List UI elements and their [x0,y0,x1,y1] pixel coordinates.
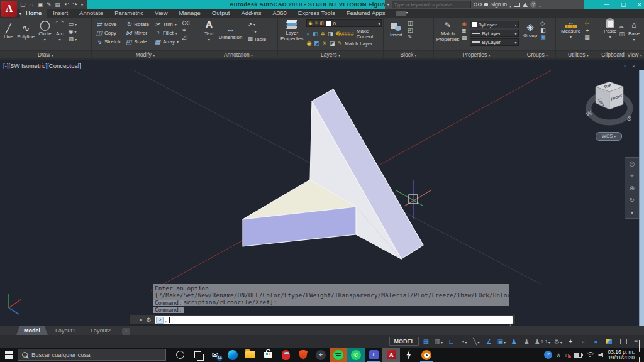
match-layer-tool[interactable]: ✎ [337,41,342,47]
text-tool[interactable]: AText [204,19,214,43]
layer-unisolate-tool[interactable]: ◩ [314,41,319,47]
vertical-scrollbar[interactable] [639,70,644,326]
group-edit-tool[interactable]: ◧ [540,28,546,33]
ribbon-display-toggle-icon[interactable] [396,11,406,16]
zoom-icon[interactable]: ⊕ [630,185,635,192]
panel-label-clipboard[interactable]: Clipboard [601,50,625,58]
match-layer-label[interactable]: Match Layer [345,41,372,47]
layer-lock-tool[interactable]: ◨ [328,31,333,37]
panel-label-modify[interactable]: Modify [92,50,199,58]
panel-label-properties[interactable]: Properties [434,50,519,58]
layer-dropdown-caret[interactable] [378,21,380,26]
viewport-controls-label[interactable]: [-][SW Isometric][Conceptual] [3,62,81,69]
tray-expand-icon[interactable]: ∧ [557,352,561,358]
layer-off-tool[interactable]: ◐ [306,31,309,37]
help-search-input[interactable] [392,1,471,8]
panel-label-groups[interactable]: Groups [519,50,555,58]
block-attrs-tool[interactable]: ✎ [408,35,413,40]
whatsapp-app-icon[interactable]: ✆ [347,348,365,362]
audio-device-icon[interactable]: ∩ [565,351,569,358]
compass-app-icon[interactable]: ✦ [312,348,330,362]
tab-model[interactable]: Model [16,326,48,335]
ortho-toggle[interactable]: ∟ [446,336,457,346]
table-tool[interactable]: ▦Table [247,36,266,42]
layer-properties-tool[interactable]: Layer Properties [280,19,303,47]
insert-tool[interactable]: Insert [390,22,402,38]
snap-toggle[interactable]: ▥ [433,336,444,346]
scale-tool[interactable]: ◰Scale [125,38,149,45]
spotify-app-icon[interactable] [330,348,347,362]
teams-app-icon[interactable]: T [365,348,382,362]
rectangle-tool[interactable]: ▭ [69,21,77,28]
layer-isolate-tool[interactable]: ◧ [313,31,318,37]
file-explorer-icon[interactable] [242,348,259,362]
action-center-button[interactable]: 16 [639,341,641,362]
command-close-icon[interactable]: × [139,317,142,323]
edit-block-tool[interactable]: ◰ [408,28,413,33]
point-tool[interactable]: ＋ [584,28,590,33]
blender-app-icon[interactable] [418,348,435,362]
object-snap-toggle[interactable]: ▣ [496,336,507,346]
object-snap-tracking-toggle[interactable]: ∠ [484,336,494,346]
autocad-app-icon[interactable]: A [382,348,400,362]
quick-select-tool[interactable]: ⊹ [584,21,590,26]
tab-layout2[interactable]: Layout2 [83,326,118,335]
lineweight-list-icon[interactable]: ≣ [462,28,467,34]
pan-icon[interactable]: ⌖ [630,172,634,180]
cut-tool[interactable]: ✂ [619,25,625,30]
base-tool[interactable]: ⌂ Base [628,19,640,43]
autoscale-toggle[interactable]: ♟ [521,336,532,346]
tab-output[interactable]: Output [206,9,236,18]
match-properties-tool[interactable]: ✎ Match Properties [436,19,459,46]
brave-browser-icon[interactable] [294,348,312,362]
layer-thaw2-tool[interactable]: ☀ [322,41,327,47]
color-wheel-icon[interactable]: ◉ [462,21,467,27]
mirror-tool[interactable]: ⋈Mirror [125,30,149,36]
tray-help-icon[interactable]: ? [544,351,552,359]
tab-manage[interactable]: Manage [174,9,206,18]
orbit-icon[interactable]: ↻ [630,197,635,204]
trim-tool[interactable]: ✂Trim [154,21,179,28]
minimize-button[interactable]: — [604,1,609,8]
make-current-label[interactable]: Make Current [357,28,382,40]
wcs-dropdown[interactable]: WCS [596,132,622,141]
make-current-tool[interactable]: �#### [335,31,353,37]
panel-label-draw[interactable]: Draw [0,50,91,58]
plotstyle-icon[interactable]: ▦ [462,35,467,41]
command-bar-grip[interactable] [131,316,135,324]
group-bound-tool[interactable]: ▣ [540,35,546,40]
circle-tool[interactable]: ◯Circle [38,19,51,43]
sign-in-button[interactable]: Sign In [491,1,507,8]
tab-a360[interactable]: A360 [267,9,292,18]
dimension-tool[interactable]: ↔Dimension [219,23,243,40]
copy-tool[interactable]: ◫Copy [96,30,120,36]
battery-icon[interactable] [574,353,582,358]
document-window-controls[interactable]: — ▫ × [613,63,638,69]
stretch-tool[interactable]: ⇘Stretch [96,38,120,45]
drawing-canvas[interactable]: [-][SW Isometric][Conceptual] — ▫ × W S … [0,60,644,326]
lineweight-dropdown[interactable]: ByLayer [470,38,519,46]
fillet-tool[interactable]: ◝Fillet [154,30,179,36]
erase-tool[interactable]: ⌫ [182,21,190,26]
panel-label-utilities[interactable]: Utilities [556,50,601,58]
tab-view[interactable]: View [149,9,173,18]
arc-tool[interactable]: ⌒Arc [55,19,65,43]
linetype-dropdown[interactable]: ByLayer [470,30,519,37]
tab-addins[interactable]: Add-ins [235,9,267,18]
circle-caret[interactable] [44,36,46,43]
tab-featured-apps[interactable]: Featured Apps [341,9,391,18]
explode-tool[interactable]: ✶ [182,28,190,33]
among-us-icon[interactable] [277,348,294,362]
polar-tracking-toggle[interactable]: ◔ [458,336,469,346]
lightning-app-icon[interactable] [400,348,418,362]
offset-tool[interactable]: ◿ [182,35,190,40]
panel-label-view[interactable]: View [625,50,644,58]
infocenter-collapse-icon[interactable]: ◂ [387,2,389,7]
leader-tool[interactable]: ↗ [247,21,266,28]
panel-label-layers[interactable]: Layers [278,50,383,58]
annotation-visibility-toggle[interactable]: ♟ [509,336,519,346]
maximize-button[interactable]: ▢ [621,1,626,8]
taskbar-search[interactable]: Buscar cualquier cosa [18,349,166,361]
ungroup-tool[interactable]: ◇ [540,21,546,26]
volume-icon[interactable] [598,353,603,358]
